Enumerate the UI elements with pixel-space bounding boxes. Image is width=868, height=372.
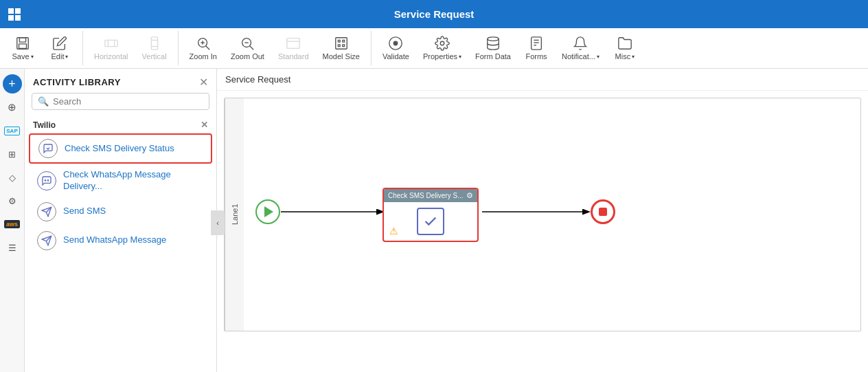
svg-rect-18: [335, 38, 347, 50]
canvas-breadcrumb: Service Request: [217, 69, 868, 91]
activity-item-label-check-sms: Check SMS Delivery Status: [65, 143, 174, 155]
activity-item-check-sms[interactable]: Check SMS Delivery Status: [29, 133, 212, 164]
canvas-area: Service Request Lane1: [217, 69, 868, 372]
svg-rect-3: [105, 40, 117, 46]
task-warning-icon: ⚠: [389, 226, 398, 237]
search-input[interactable]: [53, 96, 203, 107]
task-node-title: Check SMS Delivery S...: [388, 192, 463, 199]
end-stop-icon: [599, 208, 607, 216]
activity-item-send-sms[interactable]: Send SMS: [29, 198, 212, 226]
flow-connectors: [225, 98, 860, 331]
activity-close-button[interactable]: ✕: [199, 76, 208, 89]
lane-label: Lane1: [225, 98, 244, 331]
svg-point-26: [45, 180, 45, 181]
activity-header: ACTIVITY LIBRARY ✕: [25, 69, 216, 93]
sidebar-icon-puzzle[interactable]: ⚙: [3, 191, 22, 210]
sidebar-icon-diamond[interactable]: ◇: [3, 168, 22, 187]
svg-rect-16: [287, 39, 299, 49]
toolbar-divider-2: [178, 31, 179, 65]
task-gear-icon[interactable]: ⚙: [466, 191, 473, 200]
toolbar-validate[interactable]: Validate: [377, 33, 415, 63]
search-box[interactable]: 🔍: [32, 93, 209, 110]
activity-item-icon-send-sms: [37, 202, 56, 221]
activity-item-icon-send-whatsapp: [37, 231, 56, 250]
svg-point-20: [440, 41, 444, 45]
toolbar-horizontal[interactable]: Horizontal: [89, 33, 134, 63]
sidebar-icon-app[interactable]: ⊞: [3, 144, 22, 164]
activity-item-icon-check-sms: [38, 139, 58, 158]
toolbar-model-size[interactable]: Model Size: [317, 33, 365, 63]
activity-item-send-whatsapp[interactable]: Send WhatsApp Message: [29, 227, 212, 254]
activity-item-icon-check-whatsapp: [37, 171, 56, 190]
toolbar-notifications[interactable]: Notificat... ▾: [556, 33, 605, 63]
svg-rect-22: [532, 37, 542, 50]
sidebar-icon-global[interactable]: ⊕: [3, 98, 22, 117]
activity-item-check-whatsapp[interactable]: Check WhatsApp Message Delivery...: [29, 165, 212, 197]
app-grid-icon[interactable]: [8, 8, 21, 21]
canvas-inner: Lane1: [217, 91, 868, 372]
start-play-icon: [264, 206, 273, 217]
sidebar-icon-sap[interactable]: SAP: [3, 121, 22, 140]
task-check-icon: [417, 208, 444, 235]
svg-rect-6: [151, 37, 157, 50]
toolbar-forms[interactable]: Forms: [519, 33, 553, 63]
toolbar-standard[interactable]: Standard: [273, 33, 315, 63]
toolbar-vertical[interactable]: Vertical: [137, 33, 172, 63]
svg-line-14: [250, 46, 254, 50]
activity-item-label-send-sms: Send SMS: [63, 206, 106, 217]
side-icon-rail: + ⊕ SAP ⊞ ◇ ⚙ aws ☰: [0, 69, 25, 372]
title-bar: Service Request: [0, 0, 868, 28]
task-node-header: Check SMS Delivery S... ⚙: [384, 189, 477, 202]
svg-line-10: [205, 46, 209, 50]
toolbar-properties[interactable]: Properties ▾: [418, 33, 467, 63]
page-title: Service Request: [394, 8, 475, 20]
toolbar-edit[interactable]: Edit ▾: [43, 33, 77, 63]
task-node-check-sms[interactable]: Check SMS Delivery S... ⚙ ⚠: [382, 188, 479, 242]
group-close-icon[interactable]: ✕: [201, 120, 208, 130]
task-node-body: ⚠: [384, 202, 477, 241]
panel-collapse-button[interactable]: ‹: [211, 210, 225, 235]
toolbar-divider-3: [371, 31, 372, 65]
sidebar-icon-add[interactable]: +: [3, 74, 22, 94]
svg-point-21: [488, 37, 499, 41]
toolbar-save[interactable]: Save ▾: [5, 33, 40, 63]
end-event[interactable]: [591, 199, 615, 224]
toolbar-form-data[interactable]: Form Data: [470, 33, 516, 63]
sidebar-icon-list[interactable]: ☰: [3, 238, 22, 257]
canvas-lane: Lane1: [224, 98, 861, 331]
svg-rect-1: [19, 38, 25, 42]
activity-library-title: ACTIVITY LIBRARY: [33, 77, 121, 87]
activity-item-label-check-whatsapp: Check WhatsApp Message Delivery...: [63, 169, 204, 193]
sidebar-icon-aws[interactable]: aws: [3, 215, 22, 234]
svg-point-27: [47, 180, 48, 181]
search-icon: 🔍: [38, 96, 49, 107]
activity-group-label: Twilio ✕: [25, 116, 216, 133]
activity-panel: ACTIVITY LIBRARY ✕ 🔍 Twilio ✕ Check SMS …: [25, 69, 217, 372]
toolbar: Save ▾ Edit ▾ Horizontal Vertical Zoom I…: [0, 28, 868, 69]
toolbar-divider-1: [82, 31, 83, 65]
toolbar-zoom-out[interactable]: Zoom Out: [225, 33, 270, 63]
toolbar-zoom-in[interactable]: Zoom In: [184, 33, 222, 63]
main-layout: + ⊕ SAP ⊞ ◇ ⚙ aws ☰ ACTIVITY LIBRARY ✕ 🔍…: [0, 69, 868, 372]
svg-rect-2: [19, 44, 27, 48]
start-event[interactable]: [255, 199, 280, 224]
toolbar-misc[interactable]: Misc ▾: [608, 33, 642, 63]
svg-point-19: [394, 41, 398, 45]
activity-item-label-send-whatsapp: Send WhatsApp Message: [63, 234, 166, 246]
